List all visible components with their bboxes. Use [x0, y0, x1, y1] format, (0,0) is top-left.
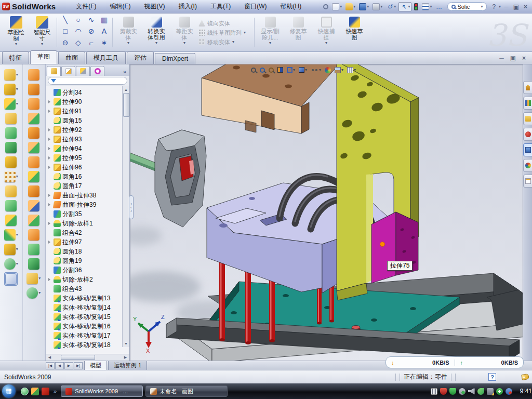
move-copy-body-icon[interactable] — [4, 229, 19, 241]
resources-tab[interactable] — [523, 81, 532, 94]
antivirus-shield-icon[interactable] — [440, 388, 447, 395]
tree-item[interactable]: 实体-移动/复制13 — [47, 294, 122, 303]
fillet-sketch-icon[interactable]: ⌐ — [89, 38, 93, 50]
start-button[interactable] — [2, 384, 16, 398]
repair-sketch-button[interactable]: 修复草 图 — [284, 15, 312, 50]
chamfer-icon[interactable] — [5, 112, 17, 125]
view-orientation-icon[interactable] — [285, 65, 297, 75]
undo-icon[interactable] — [385, 3, 397, 11]
expand-arrow-icon[interactable] — [47, 231, 52, 235]
expand-arrow-icon[interactable] — [47, 118, 52, 123]
updater-icon[interactable] — [459, 388, 466, 395]
zoom-area-icon[interactable] — [258, 65, 267, 75]
tree-item[interactable]: 实体-移动/复制16 — [47, 322, 122, 331]
expand-arrow-icon[interactable] — [47, 287, 52, 291]
curve-icon[interactable] — [4, 258, 19, 270]
extruded-cut-icon[interactable] — [4, 83, 19, 96]
tree-item[interactable]: 分割34 — [47, 88, 122, 97]
view-settings-icon[interactable] — [345, 65, 357, 75]
tree-item[interactable]: 拉伸97 — [47, 237, 122, 247]
fillet-feature-icon[interactable] — [4, 98, 19, 110]
expand-arrow-icon[interactable] — [47, 147, 52, 151]
expand-arrow-icon[interactable] — [47, 100, 52, 104]
security-shield-icon[interactable] — [449, 388, 456, 395]
custom-properties-tab[interactable] — [523, 175, 532, 188]
expand-arrow-icon[interactable] — [47, 203, 52, 207]
revolved-boss-icon[interactable] — [28, 83, 40, 96]
tree-item[interactable]: 切除-放样1 — [47, 219, 122, 228]
forum-tab[interactable] — [523, 128, 532, 141]
boundary-boss-icon[interactable] — [28, 112, 40, 125]
propertymanager-tab[interactable] — [61, 66, 75, 76]
shell-icon[interactable] — [5, 127, 17, 139]
tree-item[interactable]: 分割35 — [47, 209, 122, 219]
knit-surface-icon[interactable] — [28, 214, 40, 227]
smart-dimension-button[interactable]: 智能尺 寸 — [29, 15, 55, 50]
offset-entities-button[interactable]: 等距实 体 — [170, 15, 198, 50]
arc-icon[interactable]: ◠ — [75, 27, 81, 38]
spline-tool-icon[interactable] — [26, 287, 41, 299]
slide-insert-part[interactable] — [155, 130, 206, 227]
pane-splitter-handle[interactable] — [129, 195, 134, 219]
panel-chevron[interactable]: » — [121, 69, 128, 76]
tree-item[interactable]: 拉伸94 — [47, 144, 122, 153]
ime-icon[interactable] — [434, 3, 444, 11]
combine-bodies-icon[interactable] — [5, 200, 17, 212]
document-tab[interactable]: 运动算例 1 — [108, 361, 147, 370]
linear-sketch-pattern-button[interactable]: 线性草图阵列 — [198, 29, 252, 37]
keyboard-icon[interactable] — [431, 388, 437, 395]
tree-item[interactable]: 拉伸90 — [47, 97, 122, 107]
edit-appearance-icon[interactable] — [323, 65, 332, 75]
assistant-icon[interactable] — [477, 388, 484, 395]
expand-arrow-icon[interactable] — [47, 277, 52, 282]
mirror-entities-button[interactable]: 镜向实体 — [198, 19, 252, 28]
featuremanager-tab[interactable] — [47, 66, 61, 76]
search-box[interactable] — [447, 2, 487, 11]
close-button[interactable] — [522, 3, 529, 10]
expand-arrow-icon[interactable] — [47, 259, 52, 263]
network-speed-widget[interactable]: ↓ 0KB/S ↑ 0KB/S — [385, 356, 524, 368]
tree-item[interactable]: 拉伸93 — [47, 135, 122, 144]
tree-item[interactable]: 组合42 — [47, 228, 122, 237]
polygon-icon[interactable]: ◇ — [75, 38, 81, 50]
rapid-sketch-button[interactable]: 快速草 图 — [340, 15, 368, 50]
ribbon-tab[interactable]: 评估 — [127, 51, 154, 64]
spline-icon[interactable]: ∿ — [88, 16, 95, 27]
sketch-draw-button[interactable]: 草图绘 制 — [3, 15, 29, 50]
open-file-icon[interactable] — [344, 3, 356, 11]
ribbon-tab[interactable]: 草图 — [30, 50, 57, 64]
menu-item[interactable]: 视图(V) — [138, 0, 172, 13]
wrap-icon[interactable] — [28, 185, 40, 197]
taskbar-clock[interactable]: 9:41 — [520, 388, 532, 395]
options-icon[interactable] — [421, 3, 433, 11]
circle-icon[interactable]: ○ — [76, 16, 80, 27]
expand-arrow-icon[interactable] — [47, 343, 52, 348]
extrude75-block-part[interactable] — [371, 212, 418, 283]
rectangle-icon[interactable]: □ — [63, 27, 67, 38]
line-icon[interactable]: ╲ — [63, 16, 67, 27]
hide-show-items-icon[interactable] — [309, 65, 323, 75]
feature-wizard-icon[interactable] — [5, 156, 17, 168]
tree-item[interactable]: 圆角17 — [47, 181, 122, 191]
menu-item[interactable]: 文件(F) — [69, 0, 103, 13]
appearances-tab[interactable] — [523, 159, 532, 172]
zoom-fit-icon[interactable] — [249, 65, 258, 75]
tree-item[interactable]: 圆角15 — [47, 116, 122, 125]
doc-restore-button[interactable] — [510, 55, 516, 62]
trim-entities-button[interactable]: 剪裁实 体 — [114, 15, 142, 50]
prev-tab-button[interactable]: ◀ — [55, 362, 64, 369]
measure-icon[interactable] — [4, 272, 18, 286]
defender-plus-icon[interactable] — [496, 388, 503, 395]
solidworks-quicklaunch-icon[interactable] — [42, 388, 49, 395]
tree-item[interactable]: 实体-移动/复制15 — [47, 312, 122, 322]
tree-horizontal-scrollbar[interactable]: ◀ ▶ — [46, 354, 129, 361]
extruded-boss-icon[interactable] — [4, 69, 19, 81]
tree-item[interactable]: 曲面-拉伸38 — [47, 191, 122, 200]
expand-arrow-icon[interactable] — [47, 334, 52, 338]
expand-arrow-icon[interactable] — [47, 268, 52, 273]
tree-item[interactable]: 拉伸91 — [47, 107, 122, 116]
menu-item[interactable]: 帮助(H) — [274, 0, 309, 13]
document-tab[interactable]: 模型 — [84, 361, 107, 370]
tree-item[interactable]: 分割36 — [47, 265, 122, 275]
tree-item[interactable]: 拉伸92 — [47, 125, 122, 135]
